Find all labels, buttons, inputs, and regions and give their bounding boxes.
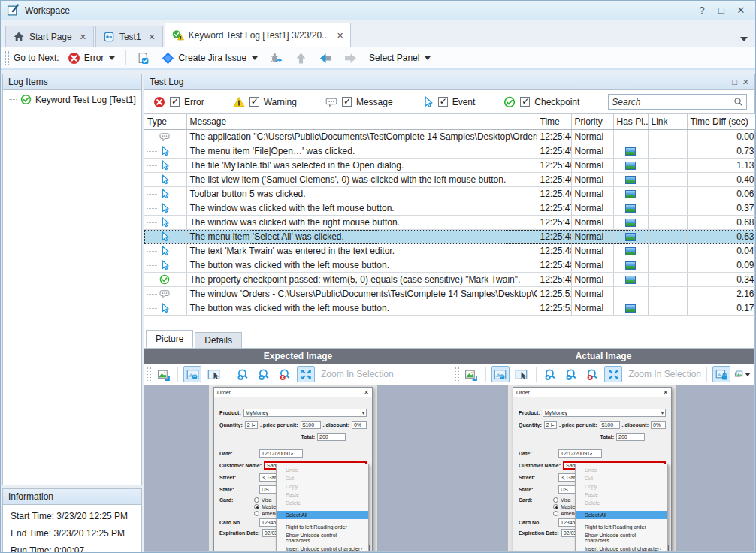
pan-tool-button[interactable] <box>183 366 201 382</box>
time-cell: 12:25:44 <box>537 130 571 144</box>
toolbar-grip[interactable] <box>455 367 459 381</box>
tab-list-dropdown-icon[interactable] <box>740 37 748 41</box>
column-header-link[interactable]: Link <box>648 114 687 130</box>
picture-thumbnail-icon[interactable] <box>625 261 636 270</box>
zoom-in-button[interactable] <box>234 366 252 382</box>
event-checkbox[interactable] <box>438 97 448 107</box>
picture-thumbnail-icon[interactable] <box>625 147 636 156</box>
picture-thumbnail-icon[interactable] <box>625 162 636 170</box>
zoom-in-button[interactable] <box>542 366 560 382</box>
zoom-out-button[interactable] <box>255 366 273 382</box>
table-row[interactable]: The menu item 'Select All' was clicked. … <box>144 230 756 244</box>
picture-thumbnail-icon[interactable] <box>625 233 636 241</box>
picture-thumbnail-icon[interactable] <box>625 204 636 213</box>
panel-maximize-icon[interactable] <box>732 77 737 87</box>
tree-connector <box>9 99 17 100</box>
table-row[interactable]: The button was clicked with the left mou… <box>144 301 756 316</box>
column-header-type[interactable]: Type <box>144 114 186 130</box>
table-row[interactable]: The list view item ('Samuel Clemens', 0)… <box>144 173 756 187</box>
zoom-out-button[interactable] <box>563 366 581 382</box>
table-row[interactable]: The window 'Orders - C:\Users\Public\Doc… <box>144 287 756 301</box>
menu-item-label: Select All <box>585 512 606 518</box>
zoom-reset-button[interactable] <box>584 366 602 382</box>
maximize-button[interactable] <box>713 4 730 17</box>
checkpoint-checkbox[interactable] <box>520 97 530 107</box>
tree-connector <box>147 222 157 223</box>
go-to-next-error-button[interactable]: Error <box>64 50 119 67</box>
picture-thumbnail-icon[interactable] <box>625 176 636 184</box>
table-row[interactable]: The window was clicked with the left mou… <box>144 201 756 216</box>
lock-panning-button[interactable] <box>712 366 730 382</box>
picture-thumbnail-icon[interactable] <box>625 276 636 284</box>
open-image-viewer-button[interactable] <box>154 366 172 382</box>
picture-thumbnail-icon[interactable] <box>625 219 636 227</box>
search-input[interactable] <box>612 97 733 107</box>
column-header-time-diff[interactable]: Time Diff (sec) <box>687 114 756 130</box>
log-items-header: Log Items <box>3 74 141 90</box>
fit-to-window-button[interactable] <box>297 366 315 382</box>
tree-item-label: Keyword Test Log [Test1] <box>35 95 136 105</box>
column-header-message[interactable]: Message <box>186 114 537 130</box>
open-image-viewer-button[interactable] <box>462 366 480 382</box>
picture-thumbnail-icon[interactable] <box>625 247 636 255</box>
column-header-time[interactable]: Time <box>537 114 571 130</box>
checkpoint-icon <box>159 274 170 285</box>
time-cell: 12:25:46 <box>537 173 571 187</box>
tab-start-page[interactable]: Start Page <box>5 26 94 47</box>
forward-button[interactable] <box>340 50 361 67</box>
fit-to-window-button[interactable] <box>604 366 622 382</box>
menu-item-label: Copy <box>585 484 597 489</box>
log-items-tree-item[interactable]: Keyword Test Log [Test1] <box>3 90 141 108</box>
column-header-has-picture[interactable]: Has Pi... <box>613 114 648 130</box>
panel-close-icon[interactable] <box>742 77 749 87</box>
tab-test1[interactable]: Test1 <box>95 26 163 47</box>
tab-close-icon[interactable] <box>77 32 86 42</box>
tab-close-icon[interactable] <box>146 32 156 42</box>
create-jira-issue-button[interactable]: Create Jira Issue <box>158 50 262 67</box>
toolbar-grip[interactable] <box>5 51 9 65</box>
expiration-date-label: Expiration Date: <box>219 530 260 536</box>
tab-close-icon[interactable] <box>334 31 343 41</box>
select-tool-button[interactable] <box>204 366 222 382</box>
close-button[interactable] <box>733 4 749 17</box>
message-icon <box>325 96 337 108</box>
compare-view-button[interactable] <box>733 366 751 382</box>
table-row[interactable]: The file 'MyTable.tbl' was selected in t… <box>144 159 756 173</box>
menu-item-label: Paste <box>286 492 299 497</box>
table-row[interactable]: The text 'Mark Twain' was entered in the… <box>144 244 756 258</box>
tab-keyword-test-log[interactable]: Keyword Test Log [Test1] 3/23/20... <box>165 23 351 47</box>
picture-thumbnail-icon[interactable] <box>625 304 636 313</box>
go-to-parent-button[interactable] <box>291 50 311 67</box>
zoom-reset-button[interactable] <box>276 366 294 382</box>
order-dialog-title: Order <box>516 390 530 395</box>
picture-thumbnail-icon[interactable] <box>625 190 636 198</box>
column-header-priority[interactable]: Priority <box>571 114 613 130</box>
report-bug-button[interactable] <box>266 50 286 67</box>
table-row[interactable]: The property checkpoint passed: wItem(5,… <box>144 273 756 287</box>
menu-item-label: Copy <box>286 484 298 489</box>
select-tool-button[interactable] <box>513 366 531 382</box>
table-row[interactable]: The application "C:\Users\Public\Documen… <box>144 130 756 144</box>
message-cell: The property checkpoint passed: wItem(5,… <box>186 273 537 287</box>
pan-tool-button[interactable] <box>491 366 510 382</box>
select-panel-button[interactable]: Select Panel <box>365 50 434 65</box>
time-diff-cell: 0.17 <box>687 301 756 316</box>
tab-picture[interactable]: Picture <box>146 330 193 348</box>
keyword-test-icon <box>103 31 115 43</box>
table-row[interactable]: The menu item 'File|Open…' was clicked. … <box>144 144 756 159</box>
table-row[interactable]: The button was clicked with the left mou… <box>144 258 756 273</box>
tab-details[interactable]: Details <box>195 332 242 348</box>
table-row[interactable]: Toolbar button 5 was clicked. 12:25:46 N… <box>144 187 756 201</box>
back-button[interactable] <box>316 50 336 67</box>
tree-connector <box>147 151 157 152</box>
jira-icon <box>162 52 174 65</box>
message-checkbox[interactable] <box>342 97 352 107</box>
search-icon[interactable] <box>733 97 743 107</box>
table-row[interactable]: The window was clicked with the right mo… <box>144 216 756 230</box>
toolbar-grip[interactable] <box>147 367 151 381</box>
menu-item-label: Undo <box>585 467 597 473</box>
help-button[interactable] <box>694 4 710 17</box>
warning-checkbox[interactable] <box>249 97 259 107</box>
error-checkbox[interactable] <box>170 97 180 107</box>
select-result-button[interactable] <box>133 50 153 67</box>
